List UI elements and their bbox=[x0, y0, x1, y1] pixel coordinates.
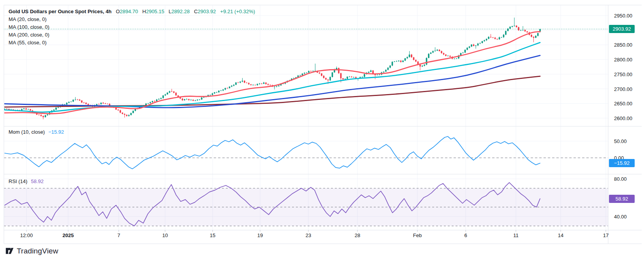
price-axis-label: 2650.00 bbox=[614, 101, 632, 107]
trading-chart-window: Gold US Dollars per Ounce Spot Prices, 4… bbox=[0, 0, 644, 262]
time-axis-label: 2025 bbox=[63, 232, 74, 238]
price-axis-label: 2950.00 bbox=[614, 13, 632, 19]
momentum-label: Mom (10, close) bbox=[9, 128, 45, 136]
price-axis-label: 2850.00 bbox=[614, 42, 632, 48]
rsi-axis-label: 40.00 bbox=[614, 214, 627, 220]
time-axis-label: 23 bbox=[306, 232, 311, 238]
time-axis-label: 28 bbox=[355, 232, 360, 238]
tradingview-text: TradingView bbox=[17, 247, 58, 255]
time-axis-label: 7 bbox=[117, 232, 120, 238]
ma-20-legend[interactable]: MA (20, close, 0) bbox=[9, 16, 255, 23]
rsi-label: RSI (14) bbox=[9, 178, 27, 185]
time-axis-label: 19 bbox=[257, 232, 263, 238]
tradingview-mark-icon bbox=[5, 246, 14, 255]
ma-200-legend[interactable]: MA (200, close, 0) bbox=[9, 31, 255, 39]
change-value: +9.21 (+0.32%) bbox=[220, 8, 255, 16]
time-axis-label: 11 bbox=[513, 232, 519, 238]
time-axis-label: 17 bbox=[603, 232, 609, 238]
time-axis-label: 14 bbox=[558, 232, 563, 238]
open-value: O2894.70 bbox=[116, 8, 138, 16]
rsi-value-badge: 58.92 bbox=[609, 195, 635, 203]
momentum-value: −15.92 bbox=[48, 128, 64, 136]
time-axis-label: Feb bbox=[413, 232, 422, 238]
ma-55-legend[interactable]: MA (55, close, 0) bbox=[9, 39, 255, 47]
time-axis-label: 10 bbox=[162, 232, 168, 238]
close-value: C2903.92 bbox=[194, 8, 216, 16]
symbol-title[interactable]: Gold US Dollars per Ounce Spot Prices, 4… bbox=[9, 8, 111, 16]
rsi-axis-label: 80.00 bbox=[614, 176, 627, 182]
price-axis-label: 2750.00 bbox=[614, 71, 632, 77]
momentum-value-badge: −15.92 bbox=[609, 159, 635, 167]
last-price-badge: 2903.92 bbox=[609, 25, 635, 33]
price-axis-label: 2600.00 bbox=[614, 115, 632, 121]
time-axis-label: 6 bbox=[464, 232, 467, 238]
low-value: L2892.28 bbox=[169, 8, 190, 16]
high-value: H2905.15 bbox=[143, 8, 164, 16]
rsi-value: 58.92 bbox=[31, 178, 44, 185]
price-axis-label: 2700.00 bbox=[614, 86, 632, 92]
time-axis-label: 15 bbox=[210, 232, 215, 238]
momentum-legend[interactable]: Mom (10, close) −15.92 bbox=[9, 128, 64, 136]
price-axis-label: 2800.00 bbox=[614, 57, 632, 63]
main-legend: Gold US Dollars per Ounce Spot Prices, 4… bbox=[9, 8, 255, 47]
momentum-axis-label: 50.00 bbox=[614, 138, 627, 144]
tradingview-logo[interactable]: TradingView bbox=[5, 246, 58, 255]
time-axis-label: 12:00 bbox=[20, 232, 33, 238]
rsi-legend[interactable]: RSI (14) 58.92 bbox=[9, 178, 44, 185]
ma-100-legend[interactable]: MA (100, close, 0) bbox=[9, 23, 255, 31]
symbol-ohlc-row[interactable]: Gold US Dollars per Ounce Spot Prices, 4… bbox=[9, 8, 255, 16]
